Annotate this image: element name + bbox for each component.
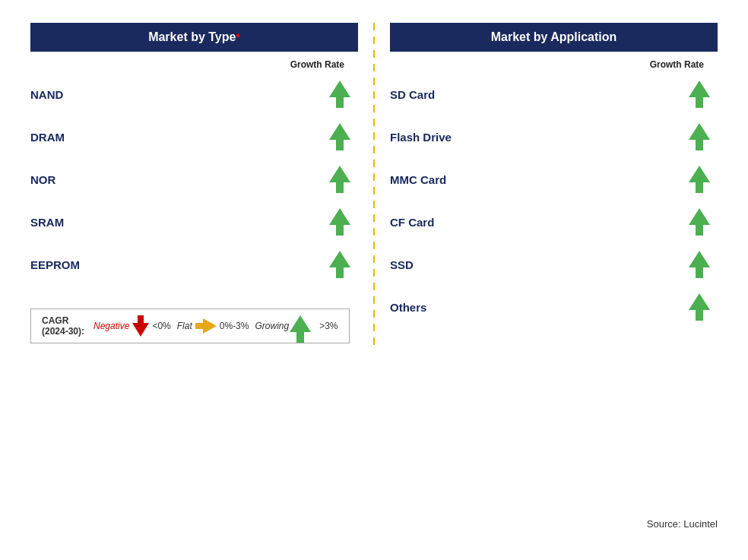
legend-box: CAGR (2024-30): Negative <0% Flat 0%-3% …	[30, 308, 350, 343]
legend-negative: Negative <0%	[94, 315, 171, 337]
right-item-row-mmccard: MMC Card	[390, 158, 718, 201]
cagr-label: CAGR (2024-30):	[42, 315, 84, 337]
left-item-label-eeprom: EEPROM	[30, 258, 80, 271]
green-up-arrow-ssd	[689, 251, 710, 278]
green-up-arrow-nor	[329, 166, 350, 193]
right-growth-rate-label: Growth Rate	[650, 59, 704, 70]
left-item-row-eeprom: EEPROM	[30, 243, 358, 286]
left-item-label-dram: DRAM	[30, 131, 65, 144]
growing-label: Growing	[255, 321, 289, 331]
negative-label: Negative	[94, 321, 129, 331]
right-item-row-flashdrive: Flash Drive	[390, 115, 718, 158]
green-up-arrow-flashdrive	[689, 123, 710, 150]
right-item-row-others: Others	[390, 286, 718, 328]
source-text: Source: Lucintel	[647, 518, 718, 537]
flat-range: 0%-3%	[220, 321, 249, 331]
red-down-arrow-legend	[132, 315, 149, 337]
asterisk: *	[236, 31, 239, 43]
orange-right-arrow-legend	[195, 318, 217, 334]
green-up-arrow-legend	[292, 315, 309, 337]
right-item-label-cfcard: CF Card	[390, 216, 434, 229]
left-item-row-sram: SRAM	[30, 201, 358, 243]
left-growth-rate-label: Growth Rate	[290, 59, 344, 70]
right-panel-header: Market by Application	[390, 23, 718, 52]
left-item-label-nor: NOR	[30, 173, 55, 186]
left-panel-title: Market by Type	[148, 30, 236, 43]
negative-range: <0%	[152, 321, 170, 331]
legend-flat: Flat 0%-3%	[177, 318, 249, 334]
green-up-arrow-mmccard	[689, 166, 710, 193]
right-item-row-cfcard: CF Card	[390, 201, 718, 243]
right-item-label-mmccard: MMC Card	[390, 173, 446, 186]
right-panel-title: Market by Application	[491, 30, 617, 43]
legend-growing: Growing >3%	[255, 315, 338, 337]
left-item-label-sram: SRAM	[30, 216, 64, 229]
right-item-label-sdcard: SD Card	[390, 88, 435, 101]
right-item-row-ssd: SSD	[390, 243, 718, 286]
green-up-arrow-others	[689, 293, 710, 321]
right-item-label-flashdrive: Flash Drive	[390, 131, 452, 144]
left-item-label-nand: NAND	[30, 88, 63, 101]
right-item-row-sdcard: SD Card	[390, 73, 718, 115]
green-up-arrow-dram	[329, 123, 350, 150]
left-panel-header: Market by Type*	[30, 23, 358, 52]
green-up-arrow-eeprom	[329, 251, 350, 278]
green-up-arrow-nand	[329, 81, 350, 108]
left-item-row-nor: NOR	[30, 158, 358, 201]
left-item-row-nand: NAND	[30, 73, 358, 115]
right-item-label-others: Others	[390, 301, 426, 314]
green-up-arrow-sdcard	[689, 81, 710, 108]
growing-range: >3%	[319, 321, 338, 331]
green-up-arrow-sram	[329, 208, 350, 236]
left-item-row-dram: DRAM	[30, 115, 358, 158]
green-up-arrow-cfcard	[689, 208, 710, 236]
flat-label: Flat	[177, 321, 192, 331]
right-item-label-ssd: SSD	[390, 258, 414, 271]
